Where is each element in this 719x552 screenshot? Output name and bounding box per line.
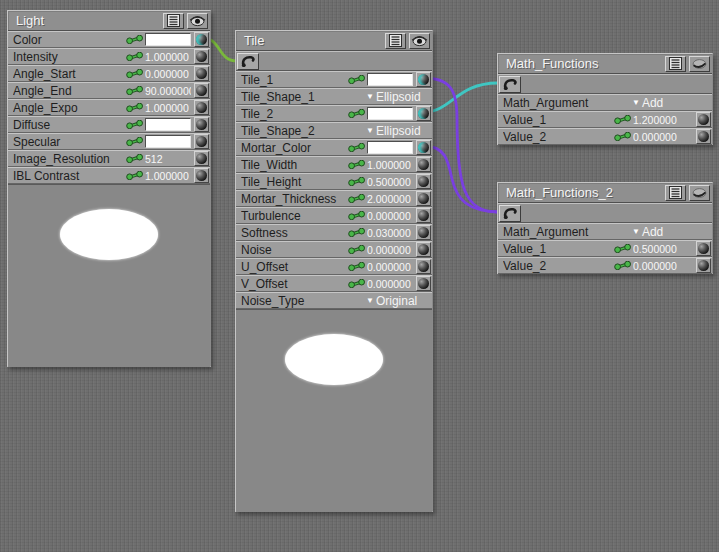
color-swatch[interactable] (367, 107, 413, 120)
param-value[interactable]: 0.000000 (367, 210, 413, 222)
dial-knob[interactable] (696, 241, 711, 256)
plug-icon[interactable] (348, 262, 367, 271)
dropdown[interactable]: ▼Ellipsoid (366, 124, 431, 138)
dial-knob[interactable] (696, 258, 711, 273)
plug-icon[interactable] (348, 75, 367, 84)
param-value[interactable]: 1.000000 (145, 51, 191, 63)
param-value[interactable]: 0.500000 (367, 176, 413, 188)
dial-knob[interactable] (416, 225, 431, 240)
param-value[interactable]: 0.030000 (367, 227, 413, 239)
plug-icon[interactable] (348, 143, 367, 152)
param-value[interactable]: 1.000000 (145, 170, 191, 182)
plug-icon[interactable] (614, 132, 633, 141)
dial-knob[interactable] (194, 117, 209, 132)
color-swatch[interactable] (145, 135, 191, 148)
plug-icon[interactable] (348, 279, 367, 288)
param-value[interactable]: 0.000000 (633, 131, 693, 143)
eye-open-icon (189, 15, 206, 27)
param-value[interactable]: 1.200000 (633, 114, 693, 126)
plug-icon[interactable] (614, 261, 633, 270)
color-swatch[interactable] (145, 118, 191, 131)
node-title: Math_Functions (500, 56, 662, 71)
menu-button[interactable] (163, 13, 184, 29)
node-header[interactable]: Light (8, 11, 210, 31)
plug-icon[interactable] (126, 69, 145, 78)
dial-knob[interactable] (416, 191, 431, 206)
dial-knob[interactable] (696, 129, 711, 144)
node-header[interactable]: Math_Functions (498, 54, 712, 74)
menu-button[interactable] (665, 56, 686, 72)
dial-knob[interactable] (416, 72, 431, 87)
plug-icon[interactable] (614, 115, 633, 124)
plug-icon[interactable] (126, 86, 145, 95)
param-value[interactable]: 0.000000 (367, 261, 413, 273)
param-value[interactable]: 0.000000 (367, 244, 413, 256)
dropdown[interactable]: ▼Add (632, 225, 711, 239)
plug-icon[interactable] (348, 194, 367, 203)
param-value[interactable]: 2.000000 (367, 193, 413, 205)
preview-toggle-button[interactable] (689, 56, 710, 72)
menu-button[interactable] (385, 33, 406, 49)
plug-icon[interactable] (348, 177, 367, 186)
dial-knob[interactable] (194, 168, 209, 183)
color-swatch[interactable] (145, 33, 191, 46)
param-value[interactable]: 0.000000 (145, 68, 191, 80)
dial-knob[interactable] (416, 157, 431, 172)
color-swatch[interactable] (367, 73, 413, 86)
dial-knob[interactable] (194, 134, 209, 149)
dial-knob[interactable] (416, 174, 431, 189)
plug-icon[interactable] (348, 228, 367, 237)
param-value[interactable]: 512 (145, 153, 191, 165)
node-anchor-button[interactable] (499, 76, 521, 93)
color-swatch[interactable] (367, 141, 413, 154)
param-value[interactable]: 1.000000 (367, 159, 413, 171)
plug-icon[interactable] (126, 137, 145, 146)
dial-knob[interactable] (194, 151, 209, 166)
plug-icon[interactable] (348, 245, 367, 254)
chevron-down-icon: ▼ (632, 98, 640, 107)
dial-knob[interactable] (416, 106, 431, 121)
dial-knob[interactable] (194, 83, 209, 98)
menu-button[interactable] (665, 185, 686, 201)
plug-icon[interactable] (126, 52, 145, 61)
dial-knob[interactable] (696, 112, 711, 127)
param-value[interactable]: 90.000000 (145, 85, 191, 97)
preview-toggle-button[interactable] (689, 185, 710, 201)
dial-knob[interactable] (416, 208, 431, 223)
preview-toggle-button[interactable] (187, 13, 208, 29)
param-value[interactable]: 0.000000 (367, 278, 413, 290)
dropdown-value: Add (642, 96, 663, 110)
dropdown[interactable]: ▼Original (366, 294, 431, 308)
dropdown[interactable]: ▼Add (632, 96, 711, 110)
plug-icon[interactable] (126, 171, 145, 180)
plug-icon[interactable] (614, 244, 633, 253)
param-value[interactable]: 0.500000 (633, 243, 693, 255)
node-tile: Tile Tile_1 Tile_Shape_1 ▼Ellipsoid Tile… (235, 30, 433, 512)
dial-knob[interactable] (194, 49, 209, 64)
dial-knob[interactable] (416, 276, 431, 291)
dial-knob[interactable] (194, 100, 209, 115)
dial-knob[interactable] (416, 140, 431, 155)
dropdown[interactable]: ▼Ellipsoid (366, 90, 431, 104)
plug-icon[interactable] (348, 160, 367, 169)
plug-icon[interactable] (348, 211, 367, 220)
node-header[interactable]: Tile (236, 31, 432, 51)
param-label: Tile_Height (241, 175, 348, 189)
plug-icon[interactable] (126, 35, 145, 44)
node-header[interactable]: Math_Functions_2 (498, 183, 712, 203)
dial-knob[interactable] (416, 259, 431, 274)
plug-icon[interactable] (348, 109, 367, 118)
plug-icon[interactable] (126, 103, 145, 112)
param-value[interactable]: 0.000000 (633, 260, 693, 272)
plug-icon[interactable] (126, 154, 145, 163)
node-anchor-button[interactable] (237, 53, 259, 70)
dial-knob[interactable] (194, 66, 209, 81)
dial-knob[interactable] (416, 242, 431, 257)
param-label: Math_Argument (503, 225, 632, 239)
plug-icon[interactable] (126, 120, 145, 129)
preview-toggle-button[interactable] (409, 33, 430, 49)
param-value[interactable]: 1.000000 (145, 102, 191, 114)
node-anchor-button[interactable] (499, 205, 521, 222)
dial-knob[interactable] (194, 32, 209, 47)
chevron-down-icon: ▼ (366, 126, 374, 135)
